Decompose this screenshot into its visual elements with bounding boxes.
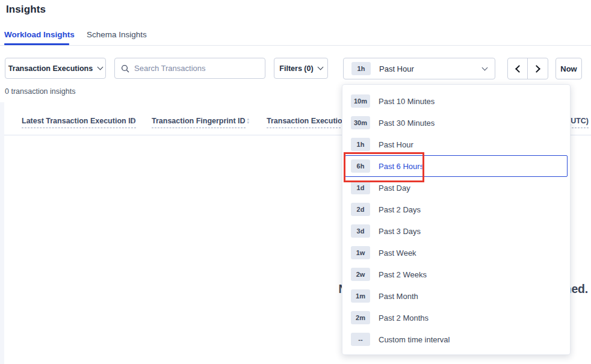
next-range-button[interactable]: [528, 58, 548, 79]
filters-label: Filters (0): [279, 64, 313, 73]
page-title: Insights: [6, 4, 46, 16]
time-option-label: Past Month: [379, 292, 418, 301]
time-option-label: Past Hour: [379, 140, 413, 149]
time-range-option[interactable]: 2w Past 2 Weeks: [342, 264, 570, 285]
time-option-badge: 1d: [351, 181, 370, 194]
time-option-badge: 2d: [351, 203, 370, 216]
time-range-label: Past Hour: [379, 64, 483, 73]
time-option-badge: 1h: [351, 138, 370, 151]
column-header-transaction-execution[interactable]: Transaction Execution: [267, 117, 347, 128]
time-option-label: Past 3 Days: [379, 227, 421, 236]
results-summary: 0 transaction insights: [5, 87, 75, 96]
time-option-label: Past 30 Minutes: [379, 119, 435, 128]
now-button[interactable]: Now: [555, 58, 582, 79]
time-range-select[interactable]: 1h Past Hour: [343, 58, 495, 79]
time-range-option[interactable]: 2d Past 2 Days: [342, 199, 570, 220]
column-header-latest-transaction-execution-id[interactable]: Latest Transaction Execution ID: [22, 117, 136, 128]
time-range-badge: 1h: [351, 62, 371, 75]
chevron-down-icon: [97, 64, 104, 70]
insights-page: Insights Workload Insights Schema Insigh…: [0, 0, 591, 364]
time-option-label: Past 10 Minutes: [379, 97, 435, 106]
time-option-label: Past 2 Days: [379, 205, 421, 214]
time-range-option[interactable]: 3d Past 3 Days: [342, 220, 570, 242]
time-option-badge: 2w: [351, 268, 370, 281]
time-option-label: Custom time interval: [379, 335, 450, 344]
time-range-option[interactable]: -- Custom time interval: [342, 329, 570, 350]
column-header-transaction-fingerprint-id[interactable]: Transaction Fingerprint ID: [152, 117, 246, 128]
time-option-badge: --: [351, 333, 370, 346]
chevron-down-icon: [317, 64, 323, 70]
time-range-option[interactable]: 1m Past Month: [342, 285, 570, 307]
previous-range-button[interactable]: [508, 58, 528, 79]
time-range-option[interactable]: 30m Past 30 Minutes: [342, 112, 570, 134]
time-range-option[interactable]: 1w Past Week: [342, 242, 570, 264]
execution-type-select[interactable]: Transaction Executions: [5, 58, 106, 79]
tab-schema-insights[interactable]: Schema Insights: [87, 30, 147, 39]
time-range-stepper: [507, 58, 548, 79]
time-option-badge: 1w: [351, 246, 370, 259]
execution-type-label: Transaction Executions: [8, 64, 93, 73]
time-option-badge: 6h: [351, 159, 370, 173]
time-option-badge: 1m: [351, 289, 370, 303]
page-gutter: [0, 102, 4, 364]
chevron-right-icon: [533, 65, 540, 73]
tab-workload-insights[interactable]: Workload Insights: [4, 30, 75, 39]
chevron-left-icon: [515, 65, 523, 73]
search-box[interactable]: [114, 58, 265, 79]
time-option-label: Past 2 Months: [379, 313, 429, 322]
sort-icon[interactable]: ▲▼: [131, 117, 135, 125]
time-option-badge: 30m: [351, 116, 370, 129]
time-range-dropdown: 10m Past 10 Minutes 30m Past 30 Minutes …: [342, 84, 571, 355]
time-option-badge: 2m: [351, 311, 370, 324]
active-tab-underline: [4, 43, 69, 45]
filters-button[interactable]: Filters (0): [274, 58, 328, 79]
time-option-label: Past Week: [379, 248, 416, 258]
chevron-down-icon: [482, 64, 488, 70]
time-range-option[interactable]: 10m Past 10 Minutes: [342, 90, 570, 112]
time-option-label: Past 2 Weeks: [379, 270, 427, 279]
time-option-label: Past Day: [379, 184, 410, 193]
search-icon: [121, 64, 129, 73]
tabs-divider: [0, 45, 591, 46]
sort-icon[interactable]: ▲▼: [246, 117, 250, 125]
time-option-badge: 3d: [351, 224, 370, 238]
time-option-badge: 10m: [351, 94, 370, 108]
time-range-option[interactable]: 6h Past 6 Hours: [342, 155, 570, 177]
time-range-option[interactable]: 2m Past 2 Months: [342, 307, 570, 329]
search-input[interactable]: [134, 64, 255, 73]
time-option-label: Past 6 Hours: [379, 162, 424, 171]
